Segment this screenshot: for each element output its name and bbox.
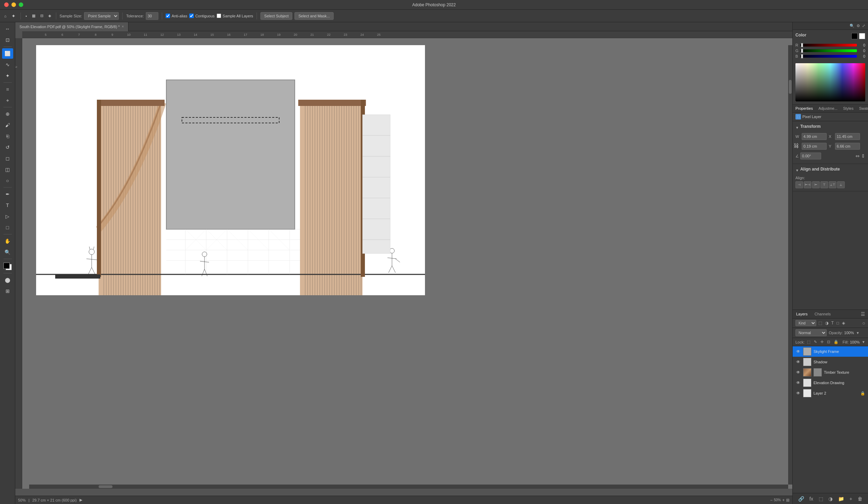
anti-alias-checkbox[interactable] <box>166 14 170 18</box>
pen-tool[interactable]: ✒ <box>2 189 13 199</box>
add-style-icon[interactable]: fx <box>809 496 813 502</box>
flip-h-icon[interactable]: ⇔ <box>856 153 860 159</box>
canvas-area[interactable]: 5 6 7 8 9 10 11 12 13 14 15 16 17 18 19 … <box>15 31 792 489</box>
lock-artboard-icon[interactable]: ⊡ <box>826 339 831 345</box>
color-spectrum[interactable] <box>795 63 865 101</box>
settings-icon[interactable]: ⚙ <box>857 24 860 28</box>
opacity-dropdown[interactable]: ▼ <box>856 331 860 335</box>
filter-text-icon[interactable]: T <box>831 320 834 326</box>
tool-mode-4[interactable]: ◈ <box>47 13 52 19</box>
layer-item-shadow[interactable]: 👁 Shadow <box>793 357 868 367</box>
align-center-v-button[interactable]: ⊥⊤ <box>829 181 836 188</box>
new-fill-layer-icon[interactable]: ◑ <box>828 496 833 502</box>
lock-transparent-icon[interactable]: ⬚ <box>806 339 811 345</box>
layer-visibility-skylight[interactable]: 👁 <box>795 349 801 354</box>
filter-pixel-icon[interactable]: ⬚ <box>818 320 823 326</box>
sample-size-select[interactable]: Point Sample <box>84 12 119 20</box>
status-arrow[interactable]: ▶ <box>80 498 82 502</box>
foreground-color[interactable] <box>3 263 10 269</box>
width-input[interactable] <box>802 133 827 140</box>
height-input[interactable] <box>802 143 827 150</box>
new-group-icon[interactable]: 📁 <box>838 496 844 502</box>
align-arrow[interactable]: ▼ <box>795 168 799 172</box>
layer-filter-select[interactable]: Kind <box>795 320 816 326</box>
layer-item-elevation[interactable]: 👁 Elevation Drawing <box>793 378 868 388</box>
foreground-swatch[interactable] <box>851 33 858 39</box>
layer-item-skylight-frame[interactable]: 👁 Skylight Frame <box>793 346 868 357</box>
select-subject-button[interactable]: Select Subject <box>260 12 292 20</box>
layer-item-layer2[interactable]: 👁 Layer 2 🔒 <box>793 388 868 398</box>
tab-close-button[interactable]: × <box>122 25 124 28</box>
text-tool[interactable]: T <box>2 200 13 210</box>
lock-paint-icon[interactable]: ✎ <box>813 339 818 345</box>
link-layers-icon[interactable]: 🔗 <box>798 496 804 502</box>
rectangular-marquee-tool[interactable]: ⬜ <box>2 48 13 59</box>
tool-mode-1[interactable]: ▪ <box>24 13 28 19</box>
move-tool[interactable]: ↔ <box>2 24 13 34</box>
vertical-scrollbar[interactable] <box>788 45 792 485</box>
blend-mode-select[interactable]: Normal <box>795 329 827 336</box>
scrollbar-thumb[interactable] <box>99 485 112 488</box>
eraser-tool[interactable]: ◻ <box>2 153 13 164</box>
filter-smartobject-icon[interactable]: ◈ <box>841 320 846 326</box>
magic-wand-tool-left[interactable]: ✦ <box>2 71 13 81</box>
quick-mask-tool[interactable]: ⬤ <box>2 275 13 285</box>
search-icon[interactable]: 🔍 <box>850 24 854 28</box>
stamp-tool[interactable]: ⎗ <box>2 131 13 141</box>
align-top-button[interactable]: ⊤ <box>820 181 828 188</box>
path-selection-tool[interactable]: ▷ <box>2 211 13 222</box>
filter-shape-icon[interactable]: □ <box>836 320 840 326</box>
channels-tab[interactable]: Channels <box>811 310 834 318</box>
tool-mode-2[interactable]: ▦ <box>31 13 37 19</box>
document-tab[interactable]: South Elevation PDF.pdf @ 50% (Skylight … <box>15 22 128 31</box>
select-mask-button[interactable]: Select and Mask... <box>294 12 334 20</box>
history-brush-tool[interactable]: ↺ <box>2 142 13 152</box>
magic-wand-tool[interactable]: ✦ <box>10 13 17 19</box>
lock-position-icon[interactable]: ✛ <box>819 339 825 345</box>
minimize-button[interactable] <box>11 2 16 7</box>
canvas-content[interactable] <box>22 38 792 489</box>
layer-visibility-elevation[interactable]: 👁 <box>795 380 801 386</box>
sample-all-layers-checkbox[interactable] <box>217 14 221 18</box>
layer-visibility-timber[interactable]: 👁 <box>795 370 801 375</box>
filter-adjustment-icon[interactable]: ◑ <box>824 320 829 326</box>
styles-tab[interactable]: Styles <box>840 105 856 112</box>
shape-tool[interactable]: □ <box>2 222 13 233</box>
zoom-tool[interactable]: 🔍 <box>2 247 13 257</box>
zoom-in-icon[interactable]: + <box>782 498 785 503</box>
home-button[interactable]: ⌂ <box>3 13 8 19</box>
align-left-button[interactable]: ⊣ <box>795 181 803 188</box>
expand-icon[interactable]: ⤢ <box>862 24 865 28</box>
dodge-tool[interactable]: ○ <box>2 175 13 186</box>
layers-tab[interactable]: Layers <box>793 310 811 318</box>
contiguous-checkbox[interactable] <box>189 14 194 18</box>
flip-v-icon[interactable]: ⇕ <box>861 153 865 159</box>
crop-tool[interactable]: ⌗ <box>2 84 13 94</box>
close-button[interactable] <box>4 2 9 7</box>
align-bottom-button[interactable]: ⊥ <box>837 181 845 188</box>
align-right-button[interactable]: ⊢ <box>812 181 820 188</box>
color-selector[interactable] <box>2 262 13 272</box>
brush-tool[interactable]: 🖌 <box>2 120 13 130</box>
scrollbar-thumb-v[interactable] <box>789 80 792 94</box>
layer-visibility-shadow[interactable]: 👁 <box>795 359 801 365</box>
r-slider[interactable] <box>800 44 857 47</box>
transform-arrow[interactable]: ▼ <box>795 126 799 130</box>
lasso-tool[interactable]: ∿ <box>2 59 13 70</box>
b-slider[interactable] <box>800 55 857 58</box>
hand-tool[interactable]: ✋ <box>2 236 13 246</box>
adjustments-tab[interactable]: Adjustme... <box>816 105 840 112</box>
align-center-h-button[interactable]: ⊢⊣ <box>804 181 811 188</box>
lock-all-icon[interactable]: 🔒 <box>833 339 840 345</box>
tolerance-input[interactable] <box>146 12 158 20</box>
maximize-button[interactable] <box>19 2 23 7</box>
filter-toggle[interactable]: ○ <box>862 320 865 326</box>
angle-input[interactable] <box>800 152 821 159</box>
g-slider[interactable] <box>800 49 857 52</box>
fill-dropdown[interactable]: ▼ <box>862 340 865 344</box>
x-input[interactable] <box>835 133 860 140</box>
window-controls[interactable] <box>4 2 23 7</box>
background-swatch[interactable] <box>859 33 865 39</box>
gradient-tool[interactable]: ◫ <box>2 164 13 175</box>
new-layer-icon[interactable]: + <box>849 496 852 502</box>
